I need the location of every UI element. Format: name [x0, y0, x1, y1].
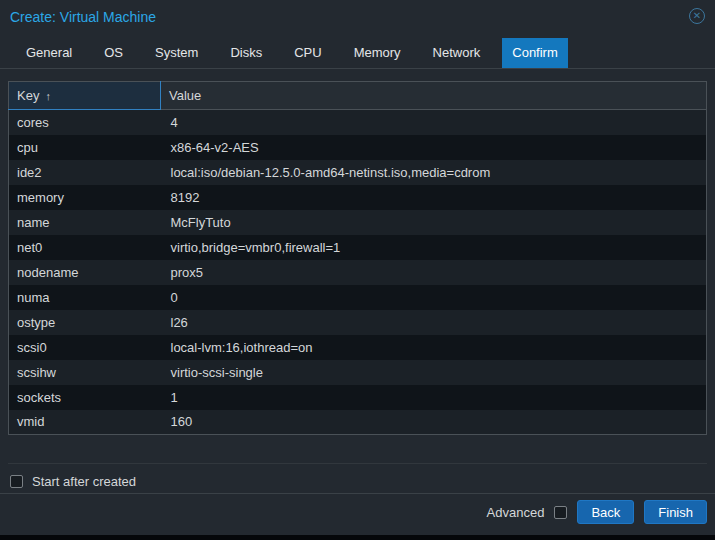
- row-value: virtio-scsi-single: [161, 360, 707, 385]
- row-key: scsi0: [9, 335, 161, 360]
- row-value: local-lvm:16,iothread=on: [161, 335, 707, 360]
- table-row[interactable]: net0 virtio,bridge=vmbr0,firewall=1: [9, 235, 707, 260]
- tab-system[interactable]: System: [145, 38, 208, 68]
- row-key: nodename: [9, 260, 161, 285]
- column-header-value[interactable]: Value: [161, 82, 707, 110]
- create-vm-dialog: Create: Virtual Machine ✕ General OS Sys…: [0, 0, 715, 535]
- table-row[interactable]: cores 4: [9, 110, 707, 135]
- row-key: ide2: [9, 160, 161, 185]
- column-header-key-label: Key: [17, 88, 39, 103]
- advanced-label: Advanced: [487, 505, 545, 520]
- tab-confirm[interactable]: Confirm: [502, 38, 568, 68]
- table-row[interactable]: vmid 160: [9, 410, 707, 435]
- table-row[interactable]: sockets 1: [9, 385, 707, 410]
- row-key: name: [9, 210, 161, 235]
- row-value: 1: [161, 385, 707, 410]
- row-value: local:iso/debian-12.5.0-amd64-netinst.is…: [161, 160, 707, 185]
- row-key: memory: [9, 185, 161, 210]
- tab-os[interactable]: OS: [94, 38, 133, 68]
- row-key: net0: [9, 235, 161, 260]
- row-key: scsihw: [9, 360, 161, 385]
- dialog-toolbar: Advanced Back Finish: [0, 493, 715, 530]
- tab-bar: General OS System Disks CPU Memory Netwo…: [0, 32, 715, 69]
- dialog-titlebar: Create: Virtual Machine ✕: [0, 0, 715, 32]
- table-header-row: Key↑ Value: [9, 82, 707, 110]
- row-value: 160: [161, 410, 707, 435]
- row-value: prox5: [161, 260, 707, 285]
- column-header-value-label: Value: [169, 88, 201, 103]
- row-value: 4: [161, 110, 707, 135]
- advanced-checkbox[interactable]: [554, 506, 567, 519]
- row-key: vmid: [9, 410, 161, 435]
- row-key: cpu: [9, 135, 161, 160]
- table-row[interactable]: cpu x86-64-v2-AES: [9, 135, 707, 160]
- sort-asc-icon: ↑: [45, 90, 51, 102]
- row-value: x86-64-v2-AES: [161, 135, 707, 160]
- back-button[interactable]: Back: [577, 500, 634, 524]
- row-key: sockets: [9, 385, 161, 410]
- tab-cpu[interactable]: CPU: [284, 38, 331, 68]
- confirm-panel: Key↑ Value cores 4 cpu x86-64-v2-AES: [0, 69, 715, 499]
- table-row[interactable]: scsihw virtio-scsi-single: [9, 360, 707, 385]
- table-row[interactable]: memory 8192: [9, 185, 707, 210]
- dialog-title: Create: Virtual Machine: [10, 9, 156, 25]
- row-value: l26: [161, 310, 707, 335]
- row-value: McFlyTuto: [161, 210, 707, 235]
- tab-general[interactable]: General: [16, 38, 82, 68]
- start-after-created-checkbox[interactable]: [10, 475, 23, 488]
- tab-disks[interactable]: Disks: [220, 38, 272, 68]
- row-value: 8192: [161, 185, 707, 210]
- row-key: cores: [9, 110, 161, 135]
- tab-network[interactable]: Network: [423, 38, 491, 68]
- summary-table: Key↑ Value cores 4 cpu x86-64-v2-AES: [8, 81, 707, 435]
- row-key: ostype: [9, 310, 161, 335]
- tab-memory[interactable]: Memory: [344, 38, 411, 68]
- table-row[interactable]: scsi0 local-lvm:16,iothread=on: [9, 335, 707, 360]
- table-row[interactable]: name McFlyTuto: [9, 210, 707, 235]
- table-row[interactable]: ostype l26: [9, 310, 707, 335]
- column-header-key[interactable]: Key↑: [9, 82, 161, 110]
- row-value: 0: [161, 285, 707, 310]
- table-row[interactable]: ide2 local:iso/debian-12.5.0-amd64-netin…: [9, 160, 707, 185]
- table-row[interactable]: numa 0: [9, 285, 707, 310]
- row-key: numa: [9, 285, 161, 310]
- row-value: virtio,bridge=vmbr0,firewall=1: [161, 235, 707, 260]
- close-icon[interactable]: ✕: [689, 8, 705, 24]
- finish-button[interactable]: Finish: [644, 500, 707, 524]
- start-after-created-label: Start after created: [32, 474, 136, 489]
- table-row[interactable]: nodename prox5: [9, 260, 707, 285]
